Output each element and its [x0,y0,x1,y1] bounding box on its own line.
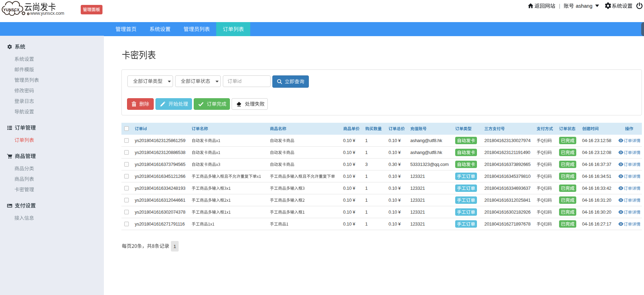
svg-text:www.yunscx.com: www.yunscx.com [30,11,64,16]
svg-text:YUNSCX: YUNSCX [4,8,20,12]
